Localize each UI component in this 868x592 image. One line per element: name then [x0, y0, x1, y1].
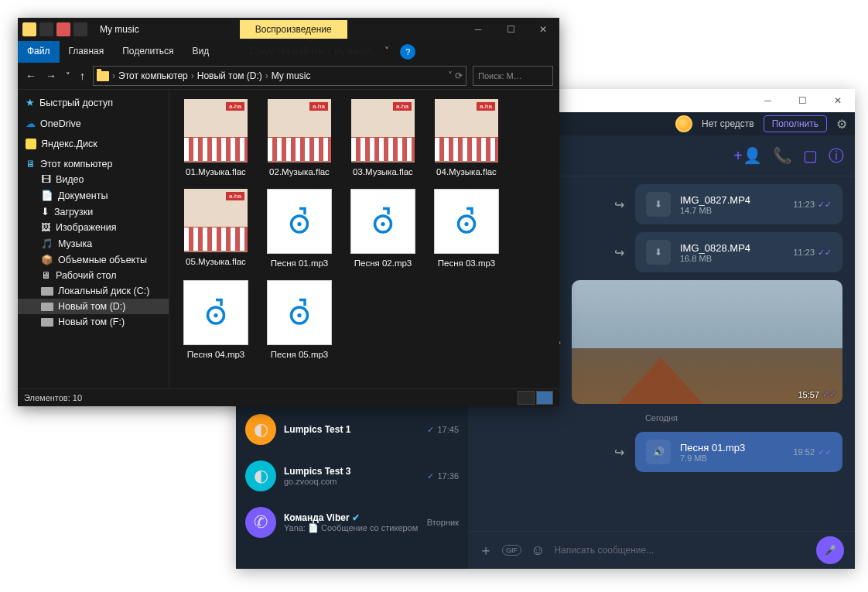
file-label: 02.Музыка.flac	[269, 167, 330, 176]
qat-icon[interactable]	[39, 22, 53, 36]
folder-icon	[22, 22, 36, 36]
tree-downloads[interactable]: ⬇Загрузки	[18, 204, 169, 220]
tab-file[interactable]: Файл	[18, 41, 60, 63]
attach-icon[interactable]: ＋	[479, 541, 493, 559]
minimize-button[interactable]: ─	[750, 89, 785, 112]
file-item[interactable]: 01.Музыка.flac	[179, 99, 253, 176]
drive-icon	[41, 303, 53, 311]
icons-view-button[interactable]	[536, 391, 553, 405]
tree-videos[interactable]: 🎞Видео	[18, 172, 169, 187]
tree-desktop[interactable]: 🖥Рабочий стол	[18, 268, 169, 283]
qat-icon[interactable]	[56, 22, 70, 36]
file-bubble[interactable]: ⬇ IMG_0828.MP416.8 MB 11:23✓✓	[635, 232, 842, 272]
file-label: Песня 04.mp3	[187, 350, 245, 359]
gif-icon[interactable]: GIF	[502, 545, 521, 556]
file-item[interactable]: 04.Музыка.flac	[429, 99, 504, 176]
microphone-button[interactable]: 🎤	[816, 536, 844, 564]
file-item[interactable]: Песня 01.mp3	[262, 189, 337, 268]
topup-button[interactable]: Пополнить	[764, 115, 827, 132]
tree-yandex-disk[interactable]: Яндекс.Диск	[18, 136, 169, 152]
audio-icon: 🔊	[646, 440, 671, 464]
status-bar: Элементов: 10	[18, 388, 559, 406]
forward-icon[interactable]: ↪	[614, 197, 624, 212]
audio-bubble[interactable]: 🔊 Песня 01.mp37.9 MB 19:52✓✓	[635, 432, 842, 472]
forward-icon[interactable]: ↪	[614, 445, 624, 460]
file-pane[interactable]: 01.Музыка.flac02.Музыка.flac03.Музыка.fl…	[169, 90, 559, 388]
tree-drive-f[interactable]: Новый том (F:)	[18, 314, 169, 330]
tab-home[interactable]: Главная	[60, 41, 114, 63]
file-label: Песня 03.mp3	[438, 258, 496, 268]
file-item[interactable]: Песня 05.mp3	[262, 280, 337, 359]
explorer-titlebar[interactable]: My music Воспроизведение ─☐✕	[18, 18, 559, 41]
chat-list-item[interactable]: ✆Команда Viber ✔Yana: 📄 Сообщение со сти…	[236, 499, 468, 546]
tree-drive-d[interactable]: Новый том (D:)	[18, 299, 169, 314]
date-separator: Сегодня	[480, 413, 842, 423]
ribbon-collapse-icon[interactable]: ˅	[380, 41, 394, 63]
tab-share[interactable]: Поделиться	[113, 41, 183, 63]
maximize-button[interactable]: ☐	[785, 89, 820, 112]
refresh-icon[interactable]: ˅ ⟳	[448, 70, 463, 81]
file-size: 7.9 MB	[680, 453, 745, 463]
details-view-button[interactable]	[518, 391, 535, 405]
drive-icon	[41, 318, 53, 327]
file-bubble[interactable]: ⬇ IMG_0827.MP414.7 MB 11:23✓✓	[635, 184, 842, 224]
forward-button[interactable]: →	[44, 68, 58, 84]
call-icon[interactable]: 📞	[773, 146, 792, 165]
tree-onedrive[interactable]: ☁OneDrive	[18, 115, 169, 132]
tree-drive-c[interactable]: Локальный диск (C:)	[18, 283, 169, 299]
file-item[interactable]: 02.Музыка.flac	[262, 99, 337, 176]
close-button[interactable]: ✕	[820, 89, 855, 112]
search-input[interactable]: Поиск: M…	[473, 66, 553, 86]
file-item[interactable]: 03.Музыка.flac	[346, 99, 420, 176]
message-input-bar: ＋ GIF ☺ Написать сообщение... 🎤	[468, 531, 855, 569]
context-tab[interactable]: Воспроизведение	[240, 20, 347, 39]
chat-name: Команда Viber ✔	[284, 512, 419, 523]
maximize-button[interactable]: ☐	[494, 18, 527, 41]
breadcrumb-item[interactable]: Этот компьютер	[118, 70, 188, 81]
chat-list-item[interactable]: ◐Lumpics Test 3go.zvooq.com✓17:36	[236, 453, 468, 499]
read-check-icon: ✓✓	[818, 447, 832, 457]
ribbon-tabs: Файл Главная Поделиться Вид Средства раб…	[18, 41, 559, 63]
back-button[interactable]: ←	[24, 68, 38, 84]
breadcrumb-item[interactable]: My music	[272, 70, 311, 81]
tree-3d-objects[interactable]: 📦Объемные объекты	[18, 252, 169, 268]
tree-this-pc[interactable]: 🖥Этот компьютер	[18, 156, 169, 172]
tab-music-tools[interactable]: Средства работы с музыкой	[240, 41, 380, 63]
file-item[interactable]: Песня 03.mp3	[429, 189, 504, 268]
breadcrumb-bar[interactable]: › Этот компьютер› Новый том (D:)› My mus…	[93, 66, 466, 86]
history-dropdown[interactable]: ˅	[64, 70, 72, 83]
up-button[interactable]: ↑	[78, 68, 87, 84]
qat-icon[interactable]	[73, 22, 87, 36]
image-bubble[interactable]: 15:57✓✓	[572, 280, 842, 404]
file-item[interactable]: Песня 04.mp3	[179, 280, 253, 359]
tree-music[interactable]: 🎵Музыка	[18, 235, 169, 252]
coin-icon	[675, 115, 692, 132]
avatar: ◐	[245, 460, 276, 491]
sticker-icon[interactable]: ☺	[531, 542, 545, 559]
breadcrumb-item[interactable]: Новый том (D:)	[197, 70, 262, 81]
tree-documents[interactable]: 📄Документы	[18, 187, 169, 204]
file-item[interactable]: Песня 02.mp3	[346, 189, 420, 268]
forward-icon[interactable]: ↪	[614, 245, 624, 260]
folder-icon	[97, 71, 109, 81]
info-icon[interactable]: ⓘ	[829, 145, 844, 166]
file-label: 05.Музыка.flac	[186, 257, 246, 266]
add-contact-icon[interactable]: +👤	[733, 146, 762, 165]
message-input[interactable]: Написать сообщение...	[554, 545, 807, 556]
chat-list-item[interactable]: ◐Lumpics Test 1✓17:45	[236, 406, 468, 453]
svg-point-1	[297, 222, 301, 226]
download-icon[interactable]: ⬇	[646, 192, 671, 217]
tab-view[interactable]: Вид	[183, 41, 218, 63]
download-icon[interactable]: ⬇	[646, 240, 671, 265]
tree-quick-access[interactable]: ★Быстрый доступ	[18, 94, 169, 111]
read-check-icon: ✓✓	[818, 248, 832, 258]
help-icon[interactable]: ?	[400, 44, 415, 60]
file-label: 01.Музыка.flac	[186, 167, 246, 176]
close-button[interactable]: ✕	[527, 18, 559, 41]
settings-icon[interactable]: ⚙	[836, 117, 847, 132]
tree-pictures[interactable]: 🖼Изображения	[18, 220, 169, 235]
file-item[interactable]: 05.Музыка.flac	[179, 189, 253, 268]
minimize-button[interactable]: ─	[462, 18, 494, 41]
message-time: 11:23✓✓	[793, 200, 832, 210]
video-call-icon[interactable]: ▢	[803, 146, 818, 165]
